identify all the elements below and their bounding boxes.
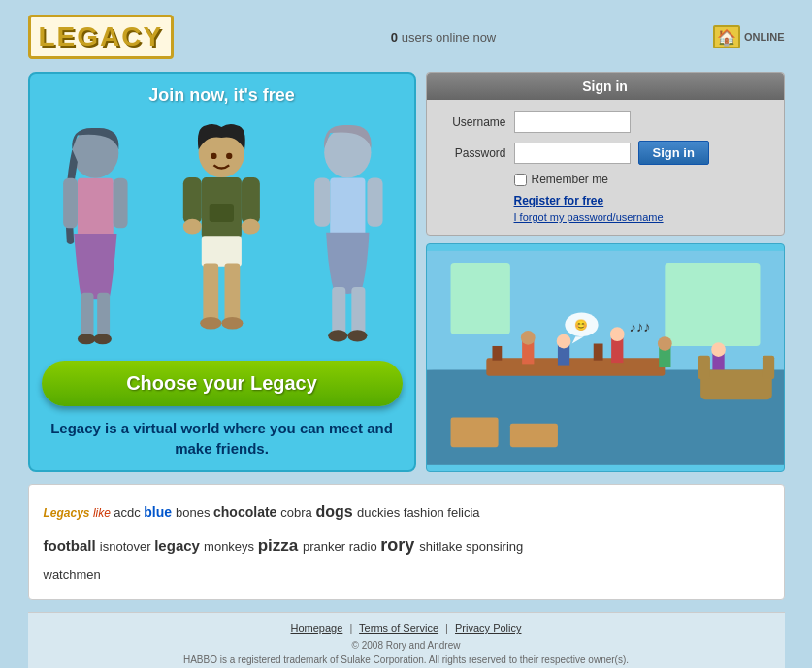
svg-rect-53 — [450, 418, 498, 448]
copyright-line2: HABBO is a registered trademark of Sulak… — [28, 652, 785, 667]
tag-pizza[interactable]: pizza — [258, 536, 303, 555]
online-text: users online now — [402, 30, 497, 45]
separator2: | — [445, 622, 448, 634]
svg-rect-51 — [698, 356, 709, 380]
svg-rect-16 — [183, 177, 202, 223]
svg-point-18 — [183, 219, 202, 235]
main-content: Join now, it's free — [28, 72, 785, 472]
svg-point-40 — [556, 334, 570, 349]
svg-rect-13 — [225, 264, 241, 322]
svg-rect-17 — [242, 177, 260, 223]
svg-rect-28 — [314, 177, 330, 226]
tag-shitlake[interactable]: shitlake — [419, 539, 466, 554]
svg-rect-32 — [450, 263, 509, 334]
tag-rory[interactable]: rory — [380, 535, 419, 555]
svg-rect-34 — [486, 358, 665, 375]
svg-point-42 — [609, 327, 624, 341]
svg-point-15 — [222, 317, 244, 330]
svg-rect-6 — [63, 177, 78, 228]
svg-rect-12 — [204, 264, 219, 322]
svg-rect-24 — [332, 287, 345, 334]
signin-box: Sign in Username Password Sign in Rememb… — [426, 72, 785, 236]
remember-label: Remember me — [532, 173, 608, 186]
terms-link[interactable]: Terms of Service — [359, 622, 438, 634]
tag-felicia[interactable]: felicia — [447, 505, 479, 520]
svg-point-14 — [200, 317, 221, 330]
tags-section: Legacys like acdc blue bones chocolate c… — [28, 484, 785, 600]
tag-duckies[interactable]: duckies — [357, 505, 404, 520]
room-screenshot: ♪♪♪ 😊 — [426, 243, 785, 472]
svg-rect-3 — [97, 292, 110, 336]
footer: Homepage | Terms of Service | Privacy Po… — [28, 612, 785, 668]
svg-point-20 — [211, 153, 216, 159]
remember-checkbox[interactable] — [514, 174, 527, 186]
svg-point-26 — [328, 330, 347, 341]
tag-chocolate[interactable]: chocolate — [213, 504, 280, 520]
svg-point-5 — [93, 334, 111, 344]
copyright-line1: © 2008 Rory and Andrew — [28, 638, 785, 652]
svg-point-21 — [226, 153, 232, 159]
remember-row: Remember me — [514, 173, 772, 186]
tag-legacy[interactable]: legacy — [154, 537, 204, 554]
svg-rect-52 — [762, 356, 773, 380]
tag-watchmen[interactable]: watchmen — [44, 567, 101, 582]
svg-text:😊: 😊 — [574, 318, 588, 332]
logo: LEGACY — [28, 15, 175, 59]
tag-fashion[interactable]: fashion — [404, 505, 448, 520]
svg-rect-7 — [113, 177, 127, 228]
footer-copyright: © 2008 Rory and Andrew HABBO is a regist… — [28, 638, 785, 668]
tag-sponsiring[interactable]: sponsiring — [466, 539, 523, 554]
svg-rect-11 — [202, 236, 242, 267]
online-number: 0 — [391, 30, 398, 45]
separator1: | — [349, 622, 352, 634]
homepage-link[interactable]: Homepage — [291, 622, 343, 634]
tag-blue[interactable]: blue — [144, 504, 176, 520]
svg-point-44 — [657, 336, 671, 351]
privacy-link[interactable]: Privacy Policy — [455, 622, 521, 634]
svg-rect-29 — [367, 177, 382, 226]
svg-rect-10 — [210, 204, 234, 222]
svg-rect-36 — [593, 344, 602, 361]
password-input[interactable] — [514, 143, 631, 164]
avatar-male — [168, 119, 276, 349]
right-panel: Sign in Username Password Sign in Rememb… — [426, 72, 785, 472]
tag-pranker[interactable]: pranker — [303, 539, 349, 554]
svg-rect-33 — [665, 263, 760, 346]
tag-cobra[interactable]: cobra — [280, 505, 315, 520]
tag-acdc[interactable]: acdc — [114, 505, 144, 520]
svg-rect-23 — [330, 177, 365, 239]
svg-point-46 — [711, 342, 726, 357]
hotel-icon: 🏠 — [713, 25, 740, 48]
register-link[interactable]: Register for free — [514, 194, 772, 207]
signin-button[interactable]: Sign in — [638, 141, 709, 165]
signin-title: Sign in — [427, 73, 784, 100]
avatar-female1 — [42, 117, 149, 350]
tag-bones[interactable]: bones — [176, 505, 213, 520]
tag-isnotover[interactable]: isnotover — [100, 539, 154, 554]
tagline: Legacy is a virtual world where you can … — [42, 418, 403, 459]
online-badge-label: ONLINE — [744, 31, 785, 43]
tag-dogs[interactable]: dogs — [315, 503, 357, 520]
username-row: Username — [438, 111, 772, 133]
svg-rect-35 — [492, 346, 502, 361]
avatar-female2 — [295, 115, 403, 349]
username-input[interactable] — [514, 111, 631, 133]
tag-monkeys[interactable]: monkeys — [204, 539, 258, 554]
username-label: Username — [438, 115, 506, 129]
svg-point-27 — [347, 330, 367, 341]
tag-radio[interactable]: radio — [349, 539, 381, 554]
legacys-label: Legacys — [44, 506, 90, 520]
svg-rect-1 — [77, 177, 113, 240]
svg-point-4 — [77, 334, 94, 344]
choose-legacy-button[interactable]: Choose your Legacy — [42, 361, 403, 406]
svg-point-38 — [520, 331, 535, 345]
svg-point-19 — [242, 219, 260, 235]
room-scene: ♪♪♪ 😊 — [427, 244, 784, 471]
svg-rect-54 — [509, 424, 557, 448]
tag-football[interactable]: football — [44, 537, 100, 554]
footer-links: Homepage | Terms of Service | Privacy Po… — [28, 622, 785, 634]
forgot-link[interactable]: I forgot my password/username — [514, 211, 772, 223]
online-count: 0 users online now — [174, 30, 713, 45]
password-row: Password Sign in — [438, 141, 772, 165]
avatars-area — [42, 115, 403, 349]
